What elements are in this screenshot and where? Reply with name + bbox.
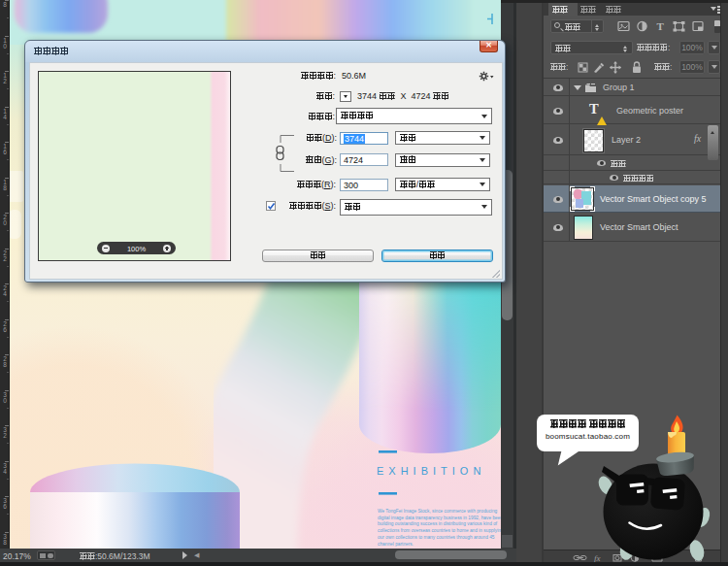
svg-text:channel partners.: channel partners. bbox=[378, 542, 414, 547]
svg-text:EXHIBITION: EXHIBITION bbox=[377, 465, 485, 477]
svg-text:building outstanding success i: building outstanding success in distribu… bbox=[378, 521, 498, 526]
svg-text:We TongFei Image Stock, since: We TongFei Image Stock, since commerce w… bbox=[378, 509, 498, 514]
svg-text:collections from overseas coun: collections from overseas countries to h… bbox=[378, 528, 501, 533]
svg-text:digital image data transparenc: digital image data transparency business… bbox=[378, 516, 501, 520]
svg-text:T: T bbox=[657, 20, 665, 32]
svg-text:our own collections to many co: our own collections to many countries th… bbox=[378, 535, 495, 540]
